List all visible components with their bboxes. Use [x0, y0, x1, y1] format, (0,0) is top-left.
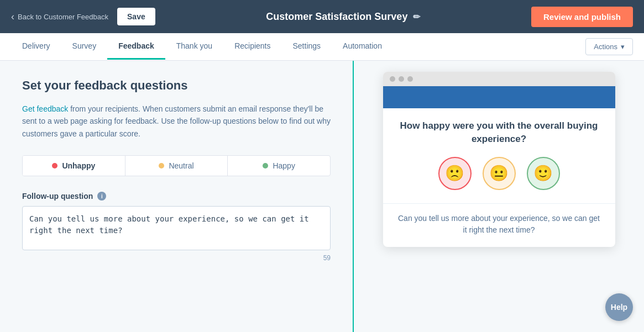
preview-content: How happy were you with the overall buyi…	[383, 108, 615, 247]
tab-neutral[interactable]: Neutral	[125, 156, 228, 176]
followup-label-text: Follow-up question	[22, 192, 93, 201]
preview-window: How happy were you with the overall buyi…	[383, 72, 615, 247]
tab-recipients[interactable]: Recipients	[223, 34, 281, 60]
left-panel: Set your feedback questions Get feedback…	[0, 61, 354, 332]
header-left: ‹ Back to Customer Feedback Save	[11, 8, 155, 25]
neutral-emoji: 😐	[489, 164, 509, 182]
actions-label: Actions	[594, 43, 617, 51]
actions-button[interactable]: Actions ▾	[585, 38, 633, 55]
chevron-down-icon: ▾	[621, 43, 625, 51]
preview-question: How happy were you with the overall buyi…	[396, 119, 602, 146]
back-to-feedback-link[interactable]: ‹ Back to Customer Feedback	[11, 11, 108, 23]
preview-followup-text: Can you tell us more about your experien…	[396, 213, 602, 236]
preview-faces: 🙁 😐 🙂	[396, 157, 602, 190]
panel-description: Get feedback from your recipients. When …	[22, 103, 331, 140]
neutral-label: Neutral	[169, 161, 193, 170]
navigation: Delivery Survey Feedback Thank you Recip…	[0, 33, 644, 61]
happy-dot	[263, 163, 268, 168]
preview-divider	[383, 203, 615, 204]
char-count: 59	[22, 254, 331, 262]
happy-label: Happy	[273, 161, 295, 170]
unhappy-label: Unhappy	[62, 161, 95, 170]
nav-tabs: Delivery Survey Feedback Thank you Recip…	[11, 34, 585, 60]
window-dot-1	[390, 76, 395, 82]
face-happy[interactable]: 🙂	[527, 157, 560, 190]
feedback-link[interactable]: Get feedback	[22, 104, 68, 113]
edit-pencil-icon[interactable]: ✏	[413, 12, 420, 22]
sad-emoji: 🙁	[445, 164, 464, 182]
tab-survey[interactable]: Survey	[61, 34, 108, 60]
review-publish-button[interactable]: Review and publish	[531, 7, 633, 27]
tab-feedback[interactable]: Feedback	[107, 34, 165, 60]
window-dot-3	[407, 76, 413, 82]
save-button[interactable]: Save	[117, 8, 155, 25]
panel-title: Set your feedback questions	[22, 78, 331, 93]
unhappy-dot	[52, 163, 57, 168]
survey-title: Customer Satisfaction Survey	[266, 11, 407, 23]
main-content: Set your feedback questions Get feedback…	[0, 61, 644, 332]
header-center: Customer Satisfaction Survey ✏	[266, 11, 420, 23]
tab-settings[interactable]: Settings	[282, 34, 332, 60]
feedback-tabs: Unhappy Neutral Happy	[22, 155, 331, 176]
tab-unhappy[interactable]: Unhappy	[23, 156, 125, 176]
right-panel: How happy were you with the overall buyi…	[354, 61, 644, 332]
preview-header-bar	[383, 86, 615, 108]
header: ‹ Back to Customer Feedback Save Custome…	[0, 0, 644, 33]
help-button[interactable]: Help	[605, 293, 633, 321]
face-neutral[interactable]: 😐	[483, 157, 516, 190]
face-sad[interactable]: 🙁	[438, 157, 472, 190]
preview-titlebar	[383, 72, 615, 86]
tab-thank-you[interactable]: Thank you	[165, 34, 223, 60]
back-label: Back to Customer Feedback	[18, 13, 108, 21]
followup-label-row: Follow-up question i	[22, 192, 331, 201]
info-icon[interactable]: i	[97, 192, 106, 201]
followup-textarea[interactable]: Can you tell us more about your experien…	[22, 206, 331, 250]
back-arrow-icon: ‹	[11, 11, 14, 23]
tab-delivery[interactable]: Delivery	[11, 34, 61, 60]
tab-happy[interactable]: Happy	[228, 156, 330, 176]
panel-desc-text: from your recipients. When customers sub…	[22, 104, 331, 138]
tab-automation[interactable]: Automation	[332, 34, 393, 60]
neutral-dot	[159, 163, 164, 168]
window-dot-2	[399, 76, 404, 82]
happy-emoji: 🙂	[533, 164, 553, 182]
